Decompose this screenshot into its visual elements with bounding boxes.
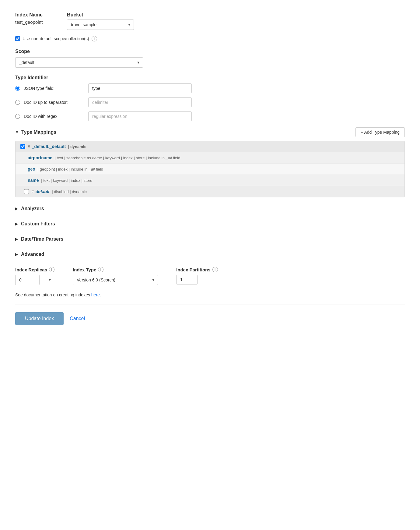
index-partitions-input[interactable]: 1 — [176, 275, 198, 284]
analyzers-chevron: ▶ — [15, 207, 18, 211]
analyzers-header[interactable]: ▶ Analyzers — [15, 203, 405, 214]
advanced-chevron: ▶ — [15, 252, 18, 256]
cancel-button[interactable]: Cancel — [70, 312, 85, 325]
bucket-select[interactable]: travel-sample — [67, 19, 134, 30]
advanced-header[interactable]: ▶ Advanced — [15, 249, 405, 260]
type-identifier-section: Type Identifier JSON type field: type Do… — [15, 75, 405, 121]
scope-select[interactable]: _default — [15, 57, 143, 68]
bottom-fields: Index Replicas i 0 1 2 3 Index Type i Ve… — [15, 267, 405, 285]
datetime-parsers-label: Date/Time Parsers — [21, 236, 63, 242]
doc-link-text: See documentation on creating indexes — [15, 292, 90, 297]
index-partitions-group: Index Partitions i 1 — [176, 267, 218, 284]
doc-link: See documentation on creating indexes he… — [15, 292, 405, 297]
scope-select-wrapper[interactable]: _default — [15, 57, 143, 68]
non-default-scope-checkbox[interactable] — [15, 36, 20, 41]
datetime-parsers-chevron: ▶ — [15, 237, 18, 241]
field-name-geo: geo — [28, 167, 35, 171]
bucket-group: Bucket travel-sample — [67, 12, 134, 30]
index-replicas-info-icon[interactable]: i — [49, 267, 54, 272]
index-type-info-icon[interactable]: i — [98, 267, 103, 272]
field-meta-name: | text | keyword | index | store — [40, 178, 93, 183]
custom-filters-chevron: ▶ — [15, 222, 18, 226]
analyzers-section: ▶ Analyzers — [15, 203, 405, 214]
index-type-group: Index Type i Version 6.0 (Scorch) Versio… — [73, 267, 158, 285]
advanced-section: ▶ Advanced — [15, 249, 405, 260]
action-buttons: Update Index Cancel — [15, 312, 405, 325]
bucket-select-wrapper[interactable]: travel-sample — [67, 19, 134, 30]
field-row-airportname: airportname | text | searchable as name … — [16, 152, 404, 164]
doc-id-regex-input[interactable] — [88, 111, 192, 121]
type-mappings-header: ▼ Type Mappings + Add Type Mapping — [15, 127, 405, 137]
non-default-scope-info-icon[interactable]: i — [92, 36, 97, 41]
index-type-select-wrapper[interactable]: Version 6.0 (Scorch) Version 5.0 (Moss) — [73, 275, 158, 285]
index-replicas-group: Index Replicas i 0 1 2 3 — [15, 267, 54, 285]
index-partitions-label: Index Partitions i — [176, 267, 218, 272]
mapping-row-default: # default | disabled | dynamic — [16, 186, 404, 197]
doc-id-regex-row: Doc ID with regex: — [15, 111, 405, 121]
doc-id-separator-label: Doc ID up to separator: — [24, 100, 85, 105]
analyzers-label: Analyzers — [21, 206, 44, 211]
mapping-checkbox-default-default[interactable] — [20, 144, 25, 149]
doc-id-separator-radio[interactable] — [15, 100, 20, 105]
mapping-meta-default-default: | dynamic — [67, 144, 86, 149]
index-replicas-select[interactable]: 0 1 2 3 — [15, 275, 40, 285]
non-default-scope-row: Use non-default scope/collection(s) i — [15, 36, 405, 41]
doc-id-separator-row: Doc ID up to separator: — [15, 97, 405, 107]
datetime-parsers-header[interactable]: ▶ Date/Time Parsers — [15, 234, 405, 244]
index-replicas-select-wrapper[interactable]: 0 1 2 3 — [15, 275, 54, 285]
scope-label: Scope — [15, 49, 405, 54]
field-row-geo: geo | geopoint | index | include in _all… — [16, 164, 404, 175]
index-partitions-info-icon[interactable]: i — [212, 267, 218, 272]
mapping-row-default-default: # _default._default | dynamic — [16, 141, 404, 152]
non-default-scope-label: Use non-default scope/collection(s) — [23, 36, 89, 41]
type-mappings-title: ▼ Type Mappings — [15, 129, 56, 135]
scope-section: Scope _default — [15, 49, 405, 68]
field-name-name: name — [28, 178, 39, 183]
index-type-label: Index Type i — [73, 267, 158, 272]
add-type-mapping-button[interactable]: + Add Type Mapping — [355, 127, 405, 137]
top-row: Index Name test_geopoint Bucket travel-s… — [15, 12, 405, 30]
index-name-value: test_geopoint — [15, 19, 43, 25]
index-type-select[interactable]: Version 6.0 (Scorch) Version 5.0 (Moss) — [73, 275, 158, 285]
type-identifier-label: Type Identifier — [15, 75, 405, 80]
mapping-name-default: default — [36, 189, 50, 194]
custom-filters-section: ▶ Custom Filters — [15, 219, 405, 229]
mapping-meta-default: | disabled | dynamic — [51, 189, 87, 194]
type-mappings-table: # _default._default | dynamic airportnam… — [15, 141, 405, 197]
bucket-label: Bucket — [67, 12, 134, 18]
field-name-airportname: airportname — [28, 155, 52, 160]
type-mappings-section: ▼ Type Mappings + Add Type Mapping # _de… — [15, 127, 405, 197]
datetime-parsers-section: ▶ Date/Time Parsers — [15, 234, 405, 244]
json-type-field-input[interactable]: type — [88, 83, 192, 93]
mapping-hash-1: # — [28, 144, 30, 149]
index-replicas-label: Index Replicas i — [15, 267, 54, 272]
update-index-button[interactable]: Update Index — [15, 312, 64, 325]
doc-link-anchor[interactable]: here — [91, 292, 100, 297]
field-meta-airportname: | text | searchable as name | keyword | … — [54, 156, 180, 160]
mapping-checkbox-default[interactable] — [24, 189, 29, 194]
mapping-hash-2: # — [31, 189, 34, 194]
doc-id-regex-radio[interactable] — [15, 114, 20, 119]
custom-filters-label: Custom Filters — [21, 221, 55, 227]
advanced-label: Advanced — [21, 252, 44, 257]
doc-id-regex-label: Doc ID with regex: — [24, 114, 85, 119]
json-type-field-radio[interactable] — [15, 86, 20, 91]
field-row-name: name | text | keyword | index | store — [16, 175, 404, 186]
type-mappings-label: Type Mappings — [21, 129, 56, 135]
json-type-field-label: JSON type field: — [24, 86, 85, 91]
json-type-field-row: JSON type field: type — [15, 83, 405, 93]
field-meta-geo: | geopoint | index | include in _all fie… — [37, 167, 103, 171]
doc-id-separator-input[interactable] — [88, 97, 192, 107]
type-mappings-chevron[interactable]: ▼ — [15, 130, 19, 134]
mapping-name-default-default: _default._default — [32, 144, 66, 149]
index-name-label: Index Name — [15, 12, 43, 18]
index-name-group: Index Name test_geopoint — [15, 12, 43, 30]
divider — [15, 305, 405, 305]
custom-filters-header[interactable]: ▶ Custom Filters — [15, 219, 405, 229]
